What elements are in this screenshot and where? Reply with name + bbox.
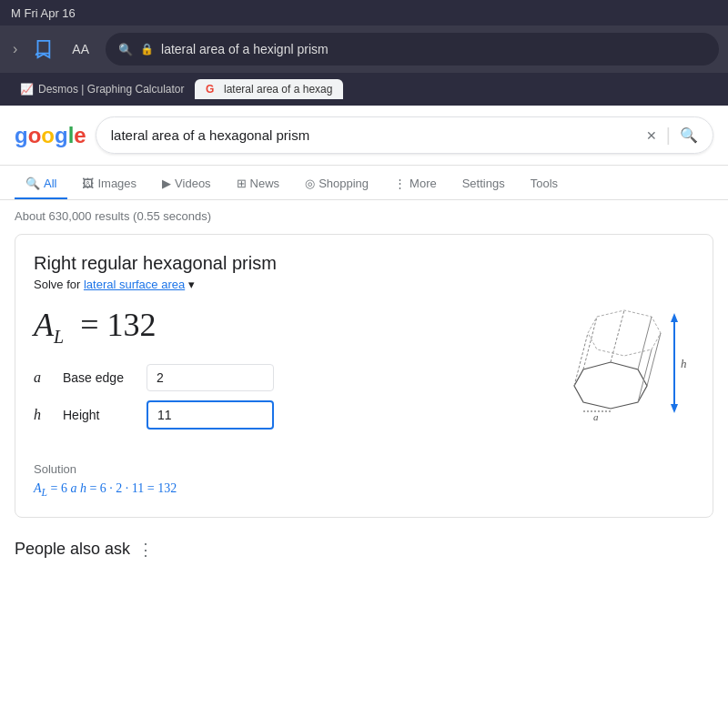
svg-text:a: a [593, 411, 599, 422]
svg-text:h: h [681, 357, 687, 370]
svg-marker-10 [671, 404, 678, 413]
svg-marker-1 [574, 362, 647, 409]
shopping-icon: ◎ [305, 177, 315, 190]
aa-button[interactable]: AA [65, 38, 96, 60]
nav-settings-label: Settings [462, 177, 505, 190]
logo-g2: g [55, 123, 68, 147]
logo-e: e [74, 123, 86, 147]
solution-section: Solution AL = 6 a h = 6 · 2 · 11 = 132 [34, 462, 694, 499]
svg-line-4 [638, 317, 652, 369]
calc-result-row: AL = 132 a Base edge h Height [34, 306, 694, 444]
status-bar: M Fri Apr 16 [0, 0, 728, 25]
nav-videos[interactable]: ▶ Videos [151, 169, 222, 199]
subtitle-link[interactable]: lateral surface area [84, 278, 185, 291]
google-header: google ✕ | 🔍 [0, 106, 728, 166]
search-submit-icon[interactable]: 🔍 [680, 126, 698, 144]
logo-g: g [15, 123, 28, 147]
base-edge-input[interactable] [147, 364, 274, 391]
videos-icon: ▶ [162, 177, 171, 190]
lock-icon: 🔒 [140, 43, 154, 56]
nav-tools[interactable]: Tools [520, 169, 569, 199]
search-input[interactable] [111, 127, 637, 143]
prism-diagram: h a [549, 306, 694, 424]
nav-shopping[interactable]: ◎ Shopping [294, 169, 379, 199]
status-text: M Fri Apr 16 [11, 6, 76, 20]
svg-marker-9 [671, 313, 678, 322]
news-icon: ⊞ [237, 177, 247, 190]
nav-all[interactable]: 🔍 All [15, 169, 67, 199]
nav-shopping-label: Shopping [318, 177, 369, 190]
calc-formula: AL = 132 a Base edge h Height [34, 306, 521, 444]
solution-label: Solution [34, 462, 694, 476]
base-edge-var: a [34, 369, 52, 386]
nav-all-label: All [44, 177, 56, 190]
height-var: h [34, 407, 52, 423]
nav-videos-label: Videos [175, 177, 211, 190]
search-nav: 🔍 All 🖼 Images ▶ Videos ⊞ News ◎ Shoppin… [0, 166, 728, 200]
equals-result: = 132 [72, 307, 156, 343]
results-area: About 630,000 results (0.55 seconds) Rig… [0, 200, 728, 576]
search-box[interactable]: ✕ | 🔍 [96, 116, 713, 154]
height-input[interactable] [147, 400, 274, 430]
tab-google-label: lateral area of a hexag [224, 83, 332, 96]
nav-tools-label: Tools [531, 177, 558, 190]
browser-chrome: › AA 🔍 🔒 lateral area of a hexignl prism [0, 25, 728, 73]
images-icon: 🖼 [82, 177, 94, 190]
address-search-icon: 🔍 [118, 43, 133, 56]
nav-news-label: News [250, 177, 280, 190]
people-also-ask-label: People also ask [15, 540, 130, 559]
bookmarks-icon[interactable] [30, 36, 56, 62]
address-bar[interactable]: 🔍 🔒 lateral area of a hexignl prism [106, 33, 719, 66]
svg-line-2 [583, 317, 597, 369]
height-row: h Height [34, 400, 521, 430]
calculator-card: Right regular hexagonal prism Solve for … [15, 234, 713, 518]
google-logo: google [15, 123, 86, 148]
calc-subtitle: Solve for lateral surface area ▾ [34, 278, 694, 291]
svg-marker-0 [588, 310, 661, 356]
google-favicon: G [206, 83, 218, 96]
base-edge-label: Base edge [63, 370, 136, 385]
search-divider: | [666, 125, 671, 146]
tab-google[interactable]: G lateral area of a hexag [195, 79, 343, 99]
tab-desmos[interactable]: 📈 Desmos | Graphing Calculator ✕ [9, 79, 191, 99]
all-icon: 🔍 [25, 177, 40, 190]
height-label: Height [63, 408, 136, 422]
logo-o1: o [28, 123, 42, 147]
subtitle-prefix: Solve for [34, 278, 84, 291]
nav-images-label: Images [97, 177, 136, 190]
people-also-ask-more-icon[interactable]: ⋮ [137, 540, 154, 560]
prism-svg: h a [551, 306, 693, 424]
results-count: About 630,000 results (0.55 seconds) [15, 209, 713, 223]
solution-formula: AL = 6 a h = 6 · 2 · 11 = 132 [34, 481, 694, 499]
page-content: google ✕ | 🔍 🔍 All 🖼 Images ▶ Videos ⊞ N… [0, 106, 728, 728]
tab-bar: 📈 Desmos | Graphing Calculator ✕ G later… [0, 73, 728, 106]
calc-title: Right regular hexagonal prism [34, 253, 694, 274]
calc-inputs: a Base edge h Height [34, 364, 521, 430]
clear-search-button[interactable]: ✕ [646, 128, 657, 143]
logo-o2: o [41, 123, 55, 147]
desmos-favicon: 📈 [20, 83, 33, 96]
nav-more-label: More [410, 177, 437, 190]
back-button[interactable]: › [9, 37, 21, 61]
people-also-ask-row: People also ask ⋮ [15, 532, 713, 567]
base-edge-row: a Base edge [34, 364, 521, 391]
formula-display: AL = 132 [34, 306, 521, 348]
tab-desmos-label: Desmos | Graphing Calculator [38, 83, 185, 96]
nav-news[interactable]: ⊞ News [226, 169, 291, 199]
nav-images[interactable]: 🖼 Images [71, 169, 147, 199]
nav-more[interactable]: ⋮ More [383, 169, 448, 199]
address-text: lateral area of a hexignl prism [161, 42, 706, 56]
nav-settings[interactable]: Settings [451, 169, 516, 199]
more-icon: ⋮ [394, 177, 406, 190]
